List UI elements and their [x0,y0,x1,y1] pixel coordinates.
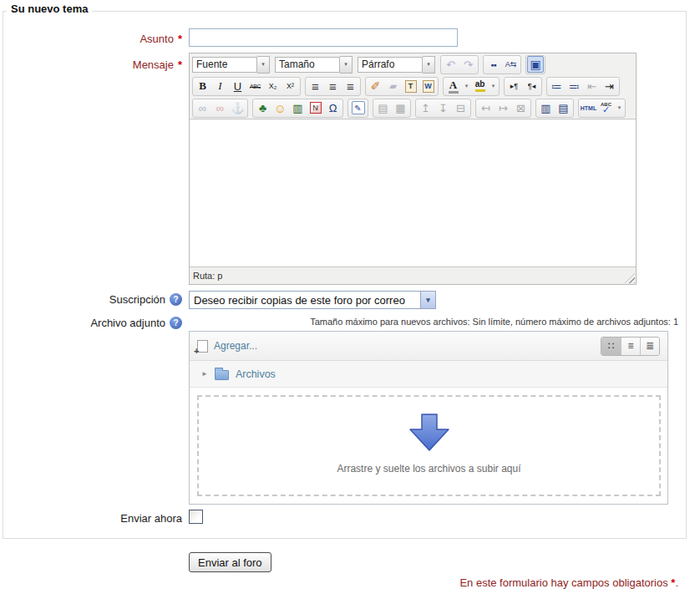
subject-input[interactable] [189,28,458,47]
find-replace-icon[interactable]: A⇆ [502,56,520,74]
split-cells-icon[interactable]: ▥ [537,99,555,117]
align-center-icon[interactable]: ≡ [324,78,342,95]
find-icon[interactable]: ●● [484,56,502,74]
font-size-select[interactable]: Tamaño▾ [275,56,353,74]
numbered-list-icon[interactable]: ≕ [566,78,583,95]
editor-content-area[interactable] [190,119,636,267]
toolbar-group: ♣☺▥NΩ [252,99,343,118]
toolbar-group: ≡≡≡ [305,77,361,96]
subscription-select[interactable]: Deseo recibir copias de este foro por co… [189,291,436,309]
cleanup-icon[interactable]: ▰ [384,78,402,95]
attachment-limits-note: Tamaño máximo para nuevos archivos: Sin … [189,317,678,327]
tree-view-button[interactable]: ≣ [640,338,659,355]
editor-resize-grip-icon[interactable] [625,273,635,283]
toolbar-group: ✎ [347,99,368,118]
toolbar-group: ↶↷ [440,55,479,74]
insert-table-icon[interactable]: ✎ [349,99,367,117]
insert-media-icon[interactable]: ▥ [289,99,307,117]
align-left-icon[interactable]: ≡ [307,78,324,95]
indent-icon[interactable]: ⇥ [601,78,618,95]
spellcheck-dropdown-icon[interactable]: ▾ [615,99,624,117]
format-painter-icon[interactable]: ✐ [367,78,384,95]
outdent-icon: ⇤ [583,78,601,95]
help-icon[interactable]: ? [170,317,182,329]
tree-view-icon: ≣ [646,340,654,352]
toolbar-group: ▣ [525,55,545,74]
nonbreaking-char-icon[interactable]: N [307,99,324,117]
add-file-link[interactable]: Agregar... [214,340,257,352]
toolbar-group: BIUABCX₂X² [192,77,301,96]
undo-icon: ↶ [442,56,459,74]
select-dropdown-button[interactable]: ▾ [420,292,435,308]
file-manager: Agregar... ∷ ≡ ≣ ► Archivos Arrastre y s… [189,331,668,505]
charmap-icon[interactable]: Ω [324,99,342,117]
message-label: Mensaje [133,58,174,71]
insert-image-icon[interactable]: ♣ [254,99,271,117]
send-now-label-row: Enviar ahora [0,512,182,525]
required-note-text: En este formulario hay campos obligatori… [459,576,667,589]
chevron-down-icon: ▾ [340,56,353,74]
help-icon[interactable]: ? [170,293,182,306]
fullscreen-icon[interactable]: ▣ [527,56,544,73]
toolbar-group: ∞∞⚓ [192,99,248,118]
bold-icon[interactable]: B [194,78,211,95]
toolbar-group: HTMLABC✓▾ [578,99,626,118]
upload-arrow-icon [409,414,449,451]
toolbar-group: ≔≕⇤⇥ [546,77,620,96]
merge-cells-icon[interactable]: ▤ [555,99,572,117]
font-family-select-value: Fuente [192,57,257,73]
table-row-props-icon: ▤ [374,99,392,117]
required-fields-note: En este formulario hay campos obligatori… [459,576,678,589]
paragraph-format-select[interactable]: Párrafo▾ [358,56,435,74]
unlink-icon: ∞ [211,99,229,117]
folder-label[interactable]: Archivos [236,368,276,380]
rtl-paragraph-icon[interactable]: ¶◂ [523,78,540,95]
send-now-checkbox[interactable] [189,510,203,524]
bullet-list-icon[interactable]: ≔ [548,78,566,95]
paragraph-format-select-value: Párrafo [358,57,423,73]
ltr-paragraph-icon[interactable]: ▸¶ [505,78,523,95]
redo-icon: ↷ [459,56,477,74]
subscription-selected-value: Deseo recibir copias de este foro por co… [190,294,420,307]
list-view-button[interactable]: ≡ [621,338,640,355]
align-right-icon[interactable]: ≡ [342,78,359,95]
grid-view-button[interactable]: ∷ [601,338,621,355]
highlight-color-icon[interactable]: ab [471,78,489,95]
text-color-dropdown-icon[interactable]: ▾ [462,78,471,95]
submit-button[interactable]: Enviar al foro [189,552,271,572]
dropzone[interactable]: Arrastre y suelte los archivos a subir a… [197,395,661,496]
expand-triangle-icon[interactable]: ► [201,370,208,378]
folder-tree-row[interactable]: ► Archivos [190,361,667,388]
grid-view-icon: ∷ [608,340,615,352]
html-editor: Fuente▾Tamaño▾Párrafo▾↶↷●●A⇆▣BIUABCX₂X²≡… [189,53,637,285]
toolbar-group: Fuente▾ [192,56,270,74]
paste-from-word-icon[interactable]: W [419,78,437,95]
link-icon: ∞ [194,99,211,117]
html-source-icon[interactable]: HTML [580,99,597,117]
toolbar-group: ●●A⇆ [483,55,521,74]
section-title: Su nuevo tema [7,3,92,15]
toolbar-group: ✐▰TW [365,77,439,96]
toolbar-group: ↤↦⊠ [475,99,531,118]
underline-icon[interactable]: U [229,78,246,95]
highlight-color-dropdown-icon[interactable]: ▾ [489,78,498,95]
toolbar-group: ▥▤ [535,99,574,118]
superscript-icon[interactable]: X² [282,78,299,95]
delete-row-icon: ⊟ [452,99,469,117]
subscript-icon[interactable]: X₂ [264,78,282,95]
strikethrough-icon[interactable]: ABC [246,78,264,95]
editor-statusbar: Ruta: p [190,267,636,284]
editor-element-path[interactable]: Ruta: p [193,271,222,281]
folder-icon [215,370,229,380]
font-family-select[interactable]: Fuente▾ [192,56,270,74]
toolbar-group: Tamaño▾ [275,56,353,74]
spellcheck-icon[interactable]: ABC✓ [597,99,615,117]
subject-label: Asunto [139,33,173,45]
emoticon-icon[interactable]: ☺ [271,99,289,117]
italic-icon[interactable]: I [211,78,229,95]
text-color-icon[interactable]: A [444,78,462,95]
toolbar-group: ↥↧⊟ [415,99,471,118]
paste-as-text-icon[interactable]: T [402,78,419,95]
toolbar-group: Párrafo▾ [358,56,435,74]
subscription-label: Suscripción [109,293,165,306]
